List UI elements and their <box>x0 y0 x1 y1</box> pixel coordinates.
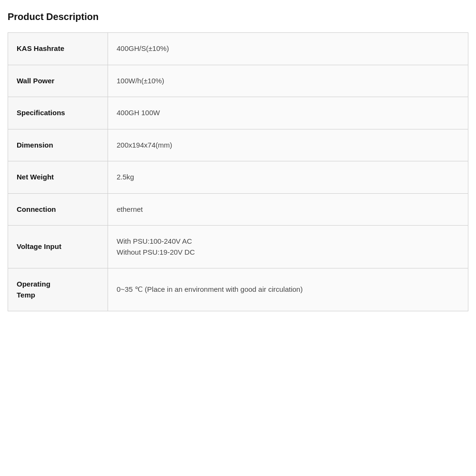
row-operating-temp: OperatingTemp0~35 ℃ (Place in an environ… <box>8 268 468 311</box>
row-specifications: Specifications400GH 100W <box>8 97 468 129</box>
row-kas-hashrate: KAS Hashrate400GH/S(±10%) <box>8 33 468 65</box>
spec-table: KAS Hashrate400GH/S(±10%)Wall Power100W/… <box>8 32 468 311</box>
label-connection: Connection <box>8 193 108 226</box>
label-voltage-input: Voltage Input <box>8 226 108 268</box>
page-title: Product Description <box>8 10 468 24</box>
row-connection: Connectionethernet <box>8 193 468 226</box>
value-line-voltage-input-1: Without PSU:19-20V DC <box>117 247 459 258</box>
value-kas-hashrate: 400GH/S(±10%) <box>108 33 468 65</box>
value-connection: ethernet <box>108 193 468 226</box>
label-kas-hashrate: KAS Hashrate <box>8 33 108 65</box>
value-wall-power: 100W/h(±10%) <box>108 65 468 97</box>
row-dimension: Dimension200x194x74(mm) <box>8 129 468 161</box>
value-line-voltage-input-0: With PSU:100-240V AC <box>117 236 459 247</box>
value-specifications: 400GH 100W <box>108 97 468 129</box>
value-voltage-input: With PSU:100-240V ACWithout PSU:19-20V D… <box>108 226 468 268</box>
row-net-weight: Net Weight2.5kg <box>8 161 468 194</box>
value-net-weight: 2.5kg <box>108 161 468 194</box>
value-dimension: 200x194x74(mm) <box>108 129 468 161</box>
label-net-weight: Net Weight <box>8 161 108 194</box>
label-dimension: Dimension <box>8 129 108 161</box>
label-operating-temp: OperatingTemp <box>8 268 108 311</box>
label-specifications: Specifications <box>8 97 108 129</box>
label-wall-power: Wall Power <box>8 65 108 97</box>
row-voltage-input: Voltage InputWith PSU:100-240V ACWithout… <box>8 226 468 268</box>
row-wall-power: Wall Power100W/h(±10%) <box>8 65 468 97</box>
value-operating-temp: 0~35 ℃ (Place in an environment with goo… <box>108 268 468 311</box>
